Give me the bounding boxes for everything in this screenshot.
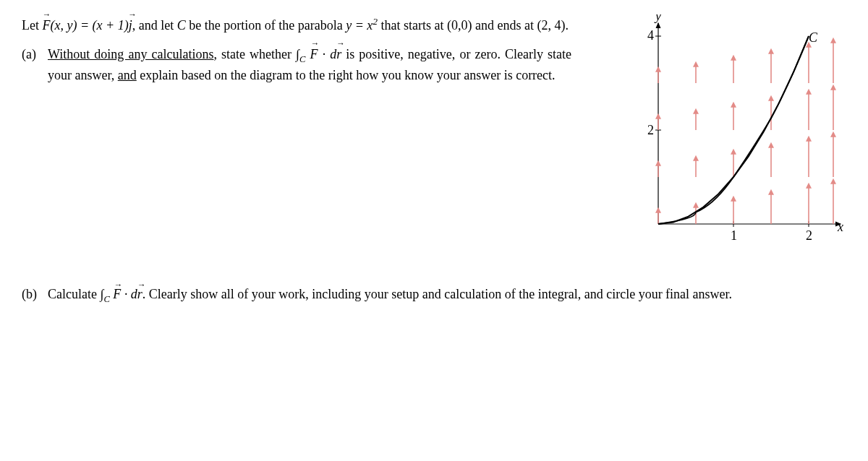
x-tick-2: 2 (806, 228, 812, 243)
text: , and let (132, 18, 177, 33)
x-tick-1: 1 (731, 228, 737, 243)
text: that starts at (0,0) and ends at (2, 4). (378, 18, 569, 33)
part-b: (b) Calculate ∫C →F · d→r. Clearly show … (22, 287, 846, 305)
diagram-svg: 4 2 1 2 y x (629, 14, 846, 246)
curve-label: C (809, 30, 818, 45)
y-axis-label: y (654, 14, 661, 23)
underlined-and: and (118, 68, 137, 82)
underlined-phrase: Without doing any calculations (48, 47, 213, 61)
vector-F: →F(x, y) = (x + 1)→j (43, 18, 132, 33)
part-a-label: (a) (22, 45, 48, 85)
y-tick-4: 4 (647, 28, 654, 43)
vector-field-diagram: 4 2 1 2 y x (629, 14, 846, 246)
line-integral-b: ∫C →F · d→r (100, 287, 142, 301)
text: Let (22, 18, 43, 33)
y-tick-2: 2 (647, 123, 654, 137)
part-a-content: Without doing any calculations, state wh… (48, 45, 571, 85)
text: Calculate (48, 287, 100, 301)
problem-container: Let →F(x, y) = (x + 1)→j, and let C be t… (22, 14, 846, 305)
vector-field (658, 40, 833, 224)
line-integral: ∫C →F · d→r (296, 47, 341, 61)
x-axis-label: x (837, 220, 843, 234)
text: explain based on the diagram to the righ… (137, 68, 556, 82)
main-text-column: Let →F(x, y) = (x + 1)→j, and let C be t… (22, 14, 571, 85)
parabola-eq: y = x2 (346, 18, 378, 33)
text: , state whether (213, 47, 296, 61)
part-a: (a) Without doing any calculations, stat… (22, 45, 571, 85)
text: be the portion of the parabola (186, 18, 346, 33)
part-b-content: Calculate ∫C →F · d→r. Clearly show all … (48, 287, 846, 305)
text: . Clearly show all of your work, includi… (142, 287, 732, 301)
curve-C: C (177, 18, 186, 33)
part-b-label: (b) (22, 287, 48, 305)
intro-text: Let →F(x, y) = (x + 1)→j, and let C be t… (22, 14, 571, 35)
